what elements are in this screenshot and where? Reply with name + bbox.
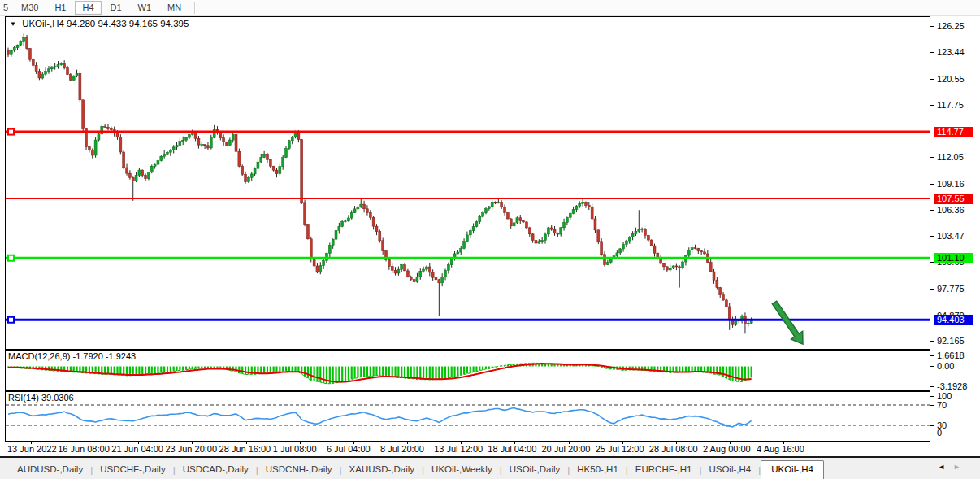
chevron-down-icon[interactable]: ▼	[10, 20, 16, 28]
tab-ukoil-h4[interactable]: UKOil-,H4	[761, 460, 824, 479]
price-tick-109.16: 109.16	[937, 179, 965, 189]
price-tick-123.44-dash	[930, 52, 934, 53]
time-label-9: 18 Jul 04:00	[488, 444, 536, 454]
line-price-label-101.10: 101.10	[934, 253, 973, 263]
price-chart-canvas[interactable]	[6, 17, 930, 349]
price-tick-103.47-dash	[930, 236, 934, 237]
ohlc-values: 94.280 94.433 94.165 94.395	[67, 19, 189, 28]
time-axis[interactable]: 13 Jun 202216 Jun 08:0021 Jun 04:0023 Ju…	[5, 442, 930, 456]
hline-handle[interactable]	[8, 129, 14, 135]
time-label-2: 21 Jun 04:00	[111, 444, 163, 454]
time-label-11: 25 Jul 12:00	[596, 444, 644, 454]
down-arrow-object[interactable]	[769, 298, 809, 348]
line-price-label-114.77: 114.77	[934, 127, 973, 137]
rsi-indicator-label: RSI(14) 39.0306	[8, 393, 74, 403]
price-tick-92.165: 92.165	[937, 336, 965, 346]
timeframe-button-d1[interactable]: D1	[103, 1, 129, 15]
rsi-line	[8, 408, 752, 427]
price-tick-123.44: 123.44	[937, 47, 965, 57]
tab-scroll-right-icon[interactable]: ►	[953, 463, 969, 471]
price-tick-109.16-dash	[930, 184, 934, 185]
hline-handle[interactable]	[8, 317, 14, 323]
macd-tick-1.6618-dash	[930, 355, 934, 356]
macd-tick-0.00: 0.00	[937, 361, 954, 371]
rsi-tick-0: 0	[937, 428, 942, 438]
time-label-8: 13 Jul 12:00	[434, 444, 483, 454]
timeframe-button-h1[interactable]: H1	[47, 1, 73, 15]
macd-tick-0.00-dash	[930, 366, 934, 367]
time-label-12: 28 Jul 08:00	[649, 444, 698, 454]
tab-usdcnh-daily[interactable]: USDCNH-,Daily	[258, 462, 340, 479]
time-label-13: 2 Aug 00:00	[703, 444, 751, 454]
price-tick-92.165-dash	[930, 341, 934, 342]
mt4-chart-window: 5 M30H1H4D1W1MN ▼ UKOil-,H4 94.280 94.43…	[0, 0, 980, 479]
price-tick-120.55-dash	[930, 79, 934, 80]
time-label-14: 4 Aug 16:00	[757, 444, 804, 454]
candles	[7, 33, 753, 333]
price-tick-106.36: 106.36	[937, 205, 965, 215]
chart-symbol: UKOil-,H4	[22, 19, 64, 28]
chart-tab-bar: AUDUSD-,Daily|USDCHF-,Daily|USDCAD-,Dail…	[0, 458, 980, 479]
hline-handle[interactable]	[8, 255, 14, 261]
timeframe-button-m30[interactable]: M30	[14, 1, 46, 15]
timeframe-buttons: M30H1H4D1W1MN	[13, 1, 189, 15]
chart-title: ▼ UKOil-,H4 94.280 94.433 94.165 94.395	[10, 19, 189, 28]
time-label-4: 28 Jun 16:00	[219, 444, 271, 454]
tab-usoil-daily[interactable]: USOil-,Daily	[502, 462, 568, 479]
line-price-label-107.55: 107.55	[934, 194, 973, 204]
timeframe-toolbar: 5 M30H1H4D1W1MN	[0, 0, 980, 16]
price-tick-97.775: 97.775	[937, 284, 965, 294]
tab-scroll-arrows: ◄►	[938, 463, 969, 471]
tab-audusd-daily[interactable]: AUDUSD-,Daily	[10, 462, 90, 479]
time-label-7: 8 Jul 20:00	[380, 444, 424, 454]
time-label-0: 13 Jun 2022	[7, 444, 57, 454]
rsi-tick-100-dash	[930, 396, 934, 397]
price-tick-112.05: 112.05	[937, 152, 964, 162]
time-label-5: 1 Jul 08:00	[273, 444, 317, 454]
tab-ukoil-weekly[interactable]: UKOil-,Weekly	[424, 462, 500, 479]
tabs: AUDUSD-,Daily|USDCHF-,Daily|USDCAD-,Dail…	[10, 459, 824, 479]
rsi-tick-0-dash	[930, 433, 934, 433]
timeframe-button-h4[interactable]: H4	[75, 1, 101, 15]
chart-frame	[5, 16, 930, 442]
rsi-tick-70-dash	[930, 405, 934, 406]
tab-hk50-h1[interactable]: HK50-,H1	[570, 462, 626, 479]
price-tick-126.25-dash	[930, 26, 934, 27]
price-tick-112.05-dash	[930, 157, 934, 158]
price-tick-117.75: 117.75	[937, 100, 964, 110]
macd-indicator-label: MACD(12,26,9) -1.7920 -1.9243	[8, 351, 136, 361]
macd-tick-1.6618: 1.6618	[937, 351, 965, 360]
price-tick-97.775-dash	[930, 289, 934, 290]
timeframe-button-w1[interactable]: W1	[131, 1, 159, 15]
price-tick-117.75-dash	[930, 105, 934, 106]
tab-scroll-left-icon[interactable]: ◄	[938, 463, 953, 471]
rsi-panel-canvas[interactable]	[6, 392, 930, 441]
timeframe-button-partial[interactable]: 5	[1, 1, 12, 15]
line-price-label-94.403: 94.403	[934, 315, 973, 325]
tab-eurchf-h1[interactable]: EURCHF-,H1	[628, 462, 700, 479]
macd-histogram	[8, 363, 752, 384]
tab-xauusd-daily[interactable]: XAUUSD-,Daily	[342, 462, 423, 479]
price-tick-106.36-dash	[930, 210, 934, 211]
tab-usoil-h4[interactable]: USOil-,H4	[701, 462, 758, 479]
price-tick-120.55: 120.55	[937, 74, 965, 84]
hline-101.1[interactable]	[6, 255, 930, 261]
rsi-tick-30-dash	[930, 425, 934, 426]
time-label-10: 20 Jul 20:00	[542, 444, 591, 454]
hline-114.77[interactable]	[6, 129, 930, 135]
tab-usdchf-daily[interactable]: USDCHF-,Daily	[93, 462, 173, 479]
macd-tick--3.1928-dash	[930, 386, 934, 387]
timeframe-button-mn[interactable]: MN	[160, 1, 189, 15]
time-label-1: 16 Jun 08:00	[58, 444, 110, 454]
macd-panel-canvas[interactable]	[6, 351, 930, 390]
toolbar-separator	[194, 2, 196, 14]
macd-tick--3.1928: -3.1928	[937, 381, 967, 391]
time-label-6: 6 Jul 04:00	[327, 444, 371, 454]
time-label-3: 23 Jun 20:00	[165, 444, 217, 454]
price-tick-103.47: 103.47	[937, 231, 965, 241]
tab-usdcad-daily[interactable]: USDCAD-,Daily	[176, 462, 256, 479]
price-tick-126.25: 126.25	[937, 21, 965, 31]
price-axis[interactable]: 126.25123.44120.55117.75112.05109.16106.…	[930, 16, 980, 456]
rsi-tick-70: 70	[937, 400, 947, 410]
